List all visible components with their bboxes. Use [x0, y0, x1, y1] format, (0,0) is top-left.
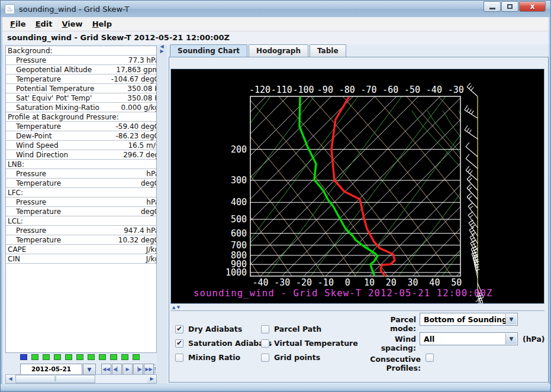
menu-view[interactable]: View [57, 18, 88, 30]
parcel-path-checkbox[interactable] [261, 325, 269, 333]
tab-hodograph[interactable]: Hodograph [249, 44, 308, 57]
table-row[interactable]: CAPEJ/kg [6, 245, 156, 254]
row-label: CAPE [8, 245, 26, 254]
table-row[interactable]: LCL: [6, 216, 156, 226]
java-app-icon: ♨ [5, 4, 15, 14]
expand-right-icon[interactable]: ▶ [157, 49, 167, 54]
minimize-button[interactable] [484, 1, 501, 12]
time-step-box[interactable] [54, 354, 61, 360]
time-step-box[interactable] [20, 354, 27, 360]
skewt-chart-panel[interactable]: 2003004005006007008009001000-120-110-100… [170, 69, 544, 304]
table-row[interactable]: Temperature-104.67 degC [6, 74, 156, 84]
tab-table[interactable]: Table [310, 44, 346, 57]
table-row[interactable]: Saturation Mixing-Ratio0.000 g/kg [6, 103, 156, 112]
top-axis-label: -100 [293, 85, 314, 95]
table-row[interactable]: LFC: [6, 188, 156, 197]
tab-sounding-chart[interactable]: Sounding Chart [170, 44, 247, 57]
table-horizontal-scrollbar[interactable]: ◀ ‖ ▶ [5, 374, 157, 384]
time-step-box[interactable] [99, 354, 106, 360]
saturation-adiabats-checkbox[interactable]: ✔ [175, 339, 183, 348]
wind-spacing-select[interactable]: All ▼ [420, 332, 518, 345]
time-step-box[interactable] [31, 354, 38, 360]
row-label: Wind Speed [16, 141, 59, 150]
table-row[interactable]: LNB: [6, 160, 156, 169]
table-row[interactable]: Wind Direction296.7 deg [6, 150, 156, 160]
sounding-parameter-table[interactable]: Background:Pressure77.3 hPaGeopotential … [5, 46, 157, 353]
row-label: Saturation Mixing-Ratio [16, 103, 99, 112]
table-row[interactable]: Wind Speed16.5 m/s [6, 141, 156, 150]
row-label: Profile at Background Pressure: [8, 113, 119, 121]
table-row[interactable]: PressurehPa [6, 169, 156, 179]
scroll-right-button[interactable]: ▶ [147, 375, 156, 383]
time-select-value[interactable]: 2012-05-21 12:00:00Z [20, 364, 82, 375]
time-select-arrow[interactable]: ▼ [83, 364, 96, 375]
chart-controls-splitter[interactable]: ▲ ▼ [170, 306, 544, 311]
scrollbar-thumb[interactable]: ‖ [15, 375, 95, 383]
top-axis-label: -90 [317, 85, 333, 95]
table-row[interactable]: TemperaturedegC [6, 179, 156, 188]
grid-points-checkbox[interactable] [261, 354, 269, 362]
row-label: LNB: [8, 160, 24, 169]
menu-file[interactable]: File [5, 18, 31, 30]
table-row[interactable]: Background: [6, 46, 156, 56]
consecutive-profiles-checkbox[interactable] [426, 354, 434, 362]
parcel-mode-select[interactable]: Bottom of Sounding ▼ [420, 313, 518, 326]
table-row[interactable]: Pressure77.3 hPa [6, 56, 156, 65]
expand-down-icon[interactable]: ▼ [177, 305, 180, 310]
time-step-box[interactable] [76, 354, 83, 360]
main-area: Background:Pressure77.3 hPaGeopotential … [2, 44, 549, 384]
table-row[interactable]: Geopotential Altitude17,863 gpm [6, 65, 156, 74]
mixing-ratio-checkbox[interactable] [175, 354, 183, 362]
top-axis-label: -120 [249, 85, 270, 95]
temperature-axis-label: 50 [451, 277, 462, 288]
temperature-axis-label: 0 [345, 277, 350, 288]
scroll-left-button[interactable]: ◀ [6, 375, 15, 383]
table-row[interactable]: Profile at Background Pressure: [6, 112, 156, 122]
row-value: -59.40 degC [116, 122, 157, 131]
maximize-button[interactable] [501, 1, 518, 12]
row-label: CIN [8, 255, 20, 263]
step-back-button[interactable]: ◀▏ [112, 364, 122, 375]
temperature-axis-label: -10 [318, 277, 334, 288]
step-forward-button[interactable]: ▕▶ [133, 364, 143, 375]
temperature-axis-label: 40 [429, 277, 440, 288]
time-step-box[interactable] [43, 354, 50, 360]
menu-help[interactable]: Help [88, 18, 117, 30]
time-step-box[interactable] [110, 354, 117, 360]
table-row[interactable]: TemperaturedegC [6, 207, 156, 216]
time-step-indicator[interactable] [20, 354, 140, 360]
first-frame-button[interactable]: ◀◀ [101, 364, 111, 375]
temperature-axis-label: 20 [386, 277, 397, 288]
right-panel: Sounding ChartHodographTable 20030040050… [169, 44, 549, 383]
time-step-box[interactable] [133, 354, 140, 360]
consecutive-profiles-label: Consecutive Profiles: [345, 355, 421, 372]
table-row[interactable]: Potential Temperature350.08 K [6, 84, 156, 93]
pressure-axis-label: 600 [231, 228, 247, 239]
time-step-box[interactable] [88, 354, 95, 360]
temperature-axis-label: -20 [296, 277, 312, 288]
time-step-box[interactable] [65, 354, 72, 360]
temperature-axis-label: 10 [364, 277, 375, 288]
time-step-box[interactable] [121, 354, 128, 360]
last-frame-button[interactable]: ▶▶ [144, 364, 154, 375]
close-button[interactable]: x [519, 1, 546, 12]
collapse-up-icon[interactable]: ▲ [172, 305, 175, 310]
title-bar[interactable]: ♨ sounding_wind - Grid Skew-T x [1, 1, 550, 17]
checkbox-row: Grid points [261, 353, 320, 362]
table-row[interactable]: Pressure947.4 hPa [6, 226, 156, 235]
table-row[interactable]: Temperature10.32 degC [6, 235, 156, 245]
maximize-icon [507, 4, 513, 9]
parcel-mode-arrow-icon[interactable]: ▼ [505, 314, 517, 325]
menu-edit[interactable]: Edit [31, 18, 57, 30]
wind-spacing-arrow-icon[interactable]: ▼ [505, 333, 517, 344]
virtual-temperature-checkbox[interactable] [261, 339, 269, 348]
table-row[interactable]: CINJ/kg [6, 254, 156, 264]
split-pane-divider[interactable]: ◀ ▶ [157, 44, 167, 384]
table-row[interactable]: PressurehPa [6, 197, 156, 207]
play-button[interactable]: ▶ [123, 364, 133, 375]
row-value: 16.5 m/s [128, 141, 156, 150]
table-row[interactable]: Sat' Equiv' Pot' Temp'350.08 K [6, 93, 156, 103]
table-row[interactable]: Temperature-59.40 degC [6, 122, 156, 131]
dry-adiabats-checkbox[interactable]: ✔ [175, 325, 183, 333]
table-row[interactable]: Dew-Point-86.23 degC [6, 131, 156, 141]
